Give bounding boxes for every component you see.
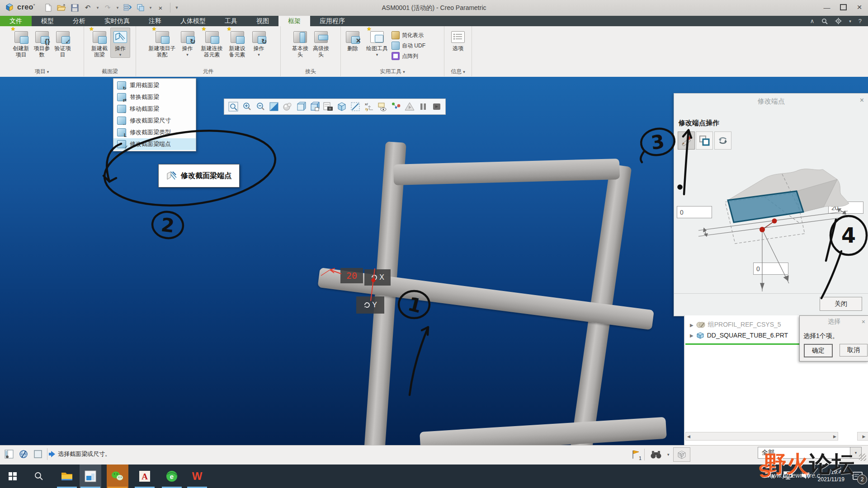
- search-icon[interactable]: [821, 18, 828, 24]
- group-label-beam[interactable]: 截面梁: [84, 68, 136, 75]
- gear-dropdown-arrow-icon[interactable]: ▾: [849, 19, 851, 23]
- close-button[interactable]: ×: [854, 3, 864, 12]
- autocad-taskbar-button[interactable]: A: [134, 465, 156, 488]
- tab-analysis[interactable]: 分析: [63, 16, 95, 26]
- panel-close-icon[interactable]: ×: [860, 96, 864, 104]
- zoom-box-icon[interactable]: [227, 101, 239, 113]
- options-button[interactable]: 选项: [448, 28, 468, 53]
- shade-edges-icon[interactable]: [308, 101, 321, 113]
- exit-icon[interactable]: [430, 101, 443, 113]
- action-center-button[interactable]: 2: [852, 470, 863, 482]
- resize-grip[interactable]: [859, 454, 866, 461]
- tree-expand-icon[interactable]: ▶: [690, 323, 693, 328]
- tray-chevron-up-icon[interactable]: ∧: [771, 473, 775, 480]
- tab-annotate[interactable]: 注释: [139, 16, 171, 26]
- scroll-right-icon[interactable]: ▶: [833, 434, 836, 439]
- browser-360-taskbar-button[interactable]: e: [161, 465, 183, 488]
- menu-item-modify-beam-size[interactable]: ↔修改截面梁尺寸: [113, 115, 196, 127]
- tree-item-square-tube[interactable]: ▶ DD_SQUARE_TUBE_6.PRT: [690, 332, 788, 339]
- minimize-ribbon-icon[interactable]: ∧: [810, 18, 815, 24]
- repaint-icon[interactable]: [268, 101, 280, 113]
- maximize-button[interactable]: [838, 3, 848, 12]
- flag-notification-icon[interactable]: 1: [630, 449, 641, 460]
- menu-item-modify-beam-endpoint[interactable]: ∕修改截面梁端点: [113, 138, 196, 150]
- undo-icon[interactable]: ↶: [82, 2, 93, 14]
- creo-taskbar-button[interactable]: [80, 465, 101, 488]
- display-style-icon[interactable]: [349, 101, 361, 113]
- tab-live-simulation[interactable]: 实时仿真: [95, 16, 139, 26]
- close-window-icon[interactable]: ×: [155, 2, 166, 14]
- annotation-display-icon[interactable]: [376, 101, 388, 113]
- minimize-button[interactable]: —: [822, 3, 832, 12]
- model-tree-toggle-icon[interactable]: [4, 449, 14, 460]
- find-dropdown-arrow-icon[interactable]: ▾: [667, 452, 670, 457]
- shade-icon[interactable]: [281, 101, 293, 113]
- regenerate-icon[interactable]: [122, 2, 133, 14]
- verify-project-button[interactable]: ✓ 验证项目: [53, 28, 73, 59]
- draw-tools-button[interactable]: ★ 绘图工具 ▾: [363, 28, 391, 58]
- view-manager-icon[interactable]: [335, 101, 348, 113]
- volume-icon[interactable]: [801, 471, 811, 482]
- redo-icon[interactable]: ↷: [102, 2, 113, 14]
- network-monitor-icon[interactable]: [783, 471, 793, 482]
- frame-rung-top[interactable]: [393, 159, 620, 185]
- scroll-left-icon[interactable]: ◀: [687, 434, 690, 439]
- wps-taskbar-button[interactable]: W: [186, 465, 208, 488]
- new-connector-button[interactable]: ★ 新建连接器元素: [198, 28, 226, 59]
- tab-manikin[interactable]: 人体模型: [171, 16, 215, 26]
- component-operations-button[interactable]: ↻ 操作 ▾: [249, 28, 269, 58]
- tab-file[interactable]: 文件: [0, 16, 32, 26]
- simplified-rep-button[interactable]: 简化表示: [392, 31, 425, 39]
- gear-icon[interactable]: [835, 18, 842, 24]
- group-label-joints[interactable]: 接头: [281, 68, 340, 75]
- window-switch-icon[interactable]: [135, 2, 146, 14]
- delete-button[interactable]: × 删除: [343, 28, 363, 53]
- blank-window-icon[interactable]: [33, 449, 43, 460]
- tree-horizontal-scrollbar[interactable]: ◀ ▶: [685, 432, 838, 441]
- wechat-taskbar-button[interactable]: [107, 465, 128, 488]
- find-binoculars-icon[interactable]: [648, 449, 664, 460]
- new-beam-button[interactable]: ★ 新建截面梁: [90, 28, 109, 59]
- subassembly-operations-button[interactable]: ↻ 操作 ▾: [178, 28, 198, 58]
- scroll-right-icon[interactable]: ▶: [863, 434, 866, 439]
- tab-tools[interactable]: 工具: [215, 16, 247, 26]
- menu-item-replace-beam[interactable]: ⇄替换截面梁: [113, 91, 196, 103]
- auto-udf-button[interactable]: 自动 UDF: [392, 42, 425, 50]
- new-project-button[interactable]: ★ 创建新项目: [11, 28, 31, 59]
- select-dialog-close-icon[interactable]: ×: [862, 318, 865, 325]
- spin-center-icon[interactable]: [390, 101, 402, 113]
- point-pattern-button[interactable]: 点阵列: [392, 52, 425, 60]
- new-file-icon[interactable]: [43, 2, 54, 14]
- taskbar-clock[interactable]: 19:44 2021/11/19: [818, 469, 844, 483]
- advanced-joint-button[interactable]: 高级接头: [311, 28, 331, 59]
- group-label-components[interactable]: 元件: [136, 68, 280, 75]
- start-button[interactable]: [2, 465, 24, 488]
- taskbar-search-button[interactable]: [28, 465, 50, 488]
- tab-framework[interactable]: 框架: [278, 16, 310, 26]
- close-panel-button[interactable]: 关闭: [820, 297, 862, 311]
- shade-closed-icon[interactable]: [295, 101, 307, 113]
- group-label-utilities[interactable]: 实用工具▾: [341, 68, 444, 75]
- group-label-project[interactable]: 项目▾: [0, 68, 84, 75]
- group-label-info[interactable]: 信息▾: [444, 68, 472, 75]
- edit-endpoint-button[interactable]: [678, 131, 695, 150]
- undo-dropdown-arrow-icon[interactable]: ▾: [95, 5, 100, 10]
- tree-scroll-corner[interactable]: ▶: [857, 432, 868, 441]
- selection-filter[interactable]: 全部 ▾: [758, 447, 862, 459]
- ok-button[interactable]: 确定: [804, 344, 833, 357]
- new-subassembly-button[interactable]: ★ 新建项目子装配: [148, 28, 177, 59]
- menu-item-modify-beam-type[interactable]: L修改截面梁类型: [113, 127, 196, 138]
- pause-icon[interactable]: [417, 101, 429, 113]
- zoom-out-icon[interactable]: [254, 101, 266, 113]
- project-params-button[interactable]: {} 项目参数: [32, 28, 52, 59]
- basic-joint-button[interactable]: 基本接头: [290, 28, 310, 59]
- 3d-box-select-icon[interactable]: [673, 447, 690, 462]
- new-equipment-button[interactable]: ★ 新建设备元素: [226, 28, 248, 59]
- window-dropdown-arrow-icon[interactable]: ▾: [148, 5, 153, 10]
- redo-dropdown-arrow-icon[interactable]: ▾: [115, 5, 120, 10]
- flip-endpoint-button[interactable]: [714, 131, 731, 150]
- swap-end-button[interactable]: [696, 131, 713, 150]
- zoom-in-icon[interactable]: [241, 101, 253, 113]
- menu-item-reuse-beam[interactable]: ↻重用截面梁: [113, 80, 196, 91]
- selection-filter-value[interactable]: 全部: [758, 447, 850, 459]
